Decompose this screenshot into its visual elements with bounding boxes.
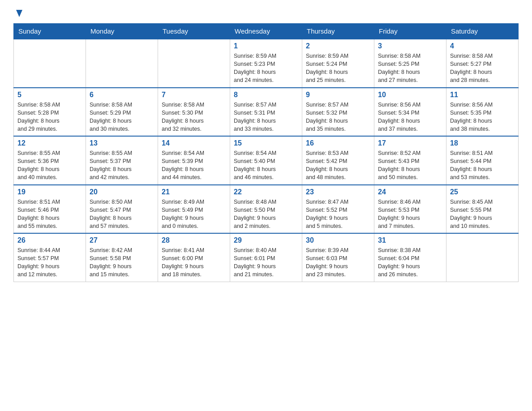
day-number: 28 [162, 236, 226, 244]
calendar-cell: 9Sunrise: 8:57 AMSunset: 5:32 PMDaylight… [302, 88, 374, 137]
day-info: Sunrise: 8:57 AMSunset: 5:31 PMDaylight:… [234, 101, 298, 133]
day-info: Sunrise: 8:42 AMSunset: 5:58 PMDaylight:… [90, 246, 154, 279]
day-info: Sunrise: 8:41 AMSunset: 6:00 PMDaylight:… [162, 246, 226, 279]
calendar-cell: 19Sunrise: 8:51 AMSunset: 5:46 PMDayligh… [14, 185, 86, 234]
day-info: Sunrise: 8:55 AMSunset: 5:36 PMDaylight:… [17, 149, 82, 182]
weekday-header-sunday: Sunday [14, 24, 86, 39]
day-info: Sunrise: 8:58 AMSunset: 5:30 PMDaylight:… [162, 101, 226, 133]
day-number: 4 [450, 42, 515, 50]
calendar-cell: 14Sunrise: 8:54 AMSunset: 5:39 PMDayligh… [158, 136, 230, 185]
week-row-1: 1Sunrise: 8:59 AMSunset: 5:23 PMDaylight… [14, 39, 519, 88]
calendar-cell: 27Sunrise: 8:42 AMSunset: 5:58 PMDayligh… [86, 233, 158, 282]
day-number: 5 [17, 91, 82, 99]
calendar-cell: 13Sunrise: 8:55 AMSunset: 5:37 PMDayligh… [86, 136, 158, 185]
day-number: 6 [90, 91, 154, 99]
calendar-cell: 31Sunrise: 8:38 AMSunset: 6:04 PMDayligh… [374, 233, 446, 282]
day-info: Sunrise: 8:48 AMSunset: 5:50 PMDaylight:… [234, 198, 298, 231]
day-number: 1 [234, 42, 298, 50]
day-number: 2 [306, 42, 370, 50]
day-info: Sunrise: 8:56 AMSunset: 5:34 PMDaylight:… [378, 101, 442, 133]
calendar-cell: 3Sunrise: 8:58 AMSunset: 5:25 PMDaylight… [374, 39, 446, 88]
weekday-header-monday: Monday [86, 24, 158, 39]
day-info: Sunrise: 8:40 AMSunset: 6:01 PMDaylight:… [234, 246, 298, 279]
weekday-header-tuesday: Tuesday [158, 24, 230, 39]
weekday-header-row: SundayMondayTuesdayWednesdayThursdayFrid… [14, 24, 519, 39]
day-info: Sunrise: 8:55 AMSunset: 5:37 PMDaylight:… [90, 149, 154, 182]
calendar-cell: 5Sunrise: 8:58 AMSunset: 5:28 PMDaylight… [14, 88, 86, 137]
day-info: Sunrise: 8:58 AMSunset: 5:28 PMDaylight:… [17, 101, 82, 133]
calendar-cell: 18Sunrise: 8:51 AMSunset: 5:44 PMDayligh… [446, 136, 519, 185]
calendar-cell: 2Sunrise: 8:59 AMSunset: 5:24 PMDaylight… [302, 39, 374, 88]
calendar-cell: 26Sunrise: 8:44 AMSunset: 5:57 PMDayligh… [14, 233, 86, 282]
day-number: 11 [450, 91, 515, 99]
day-number: 9 [306, 91, 370, 99]
day-number: 17 [378, 139, 442, 147]
day-info: Sunrise: 8:50 AMSunset: 5:47 PMDaylight:… [90, 198, 154, 231]
calendar-cell: 17Sunrise: 8:52 AMSunset: 5:43 PMDayligh… [374, 136, 446, 185]
calendar-cell: 21Sunrise: 8:49 AMSunset: 5:49 PMDayligh… [158, 185, 230, 234]
day-info: Sunrise: 8:51 AMSunset: 5:46 PMDaylight:… [17, 198, 82, 231]
weekday-header-saturday: Saturday [446, 24, 519, 39]
day-number: 25 [450, 188, 515, 196]
day-number: 12 [17, 139, 82, 147]
day-number: 21 [162, 188, 226, 196]
day-info: Sunrise: 8:58 AMSunset: 5:29 PMDaylight:… [90, 101, 154, 133]
calendar-cell: 6Sunrise: 8:58 AMSunset: 5:29 PMDaylight… [86, 88, 158, 137]
day-info: Sunrise: 8:38 AMSunset: 6:04 PMDaylight:… [378, 246, 442, 279]
day-number: 26 [17, 236, 82, 244]
calendar-cell: 24Sunrise: 8:46 AMSunset: 5:53 PMDayligh… [374, 185, 446, 234]
week-row-3: 12Sunrise: 8:55 AMSunset: 5:36 PMDayligh… [14, 136, 519, 185]
calendar-cell: 15Sunrise: 8:54 AMSunset: 5:40 PMDayligh… [230, 136, 302, 185]
weekday-header-wednesday: Wednesday [230, 24, 302, 39]
calendar-cell [446, 233, 519, 282]
day-info: Sunrise: 8:46 AMSunset: 5:53 PMDaylight:… [378, 198, 442, 231]
day-info: Sunrise: 8:58 AMSunset: 5:25 PMDaylight:… [378, 52, 442, 85]
day-info: Sunrise: 8:53 AMSunset: 5:42 PMDaylight:… [306, 149, 370, 182]
calendar-cell: 7Sunrise: 8:58 AMSunset: 5:30 PMDaylight… [158, 88, 230, 137]
day-info: Sunrise: 8:54 AMSunset: 5:40 PMDaylight:… [234, 149, 298, 182]
day-number: 23 [306, 188, 370, 196]
day-info: Sunrise: 8:51 AMSunset: 5:44 PMDaylight:… [450, 149, 515, 182]
day-number: 22 [234, 188, 298, 196]
day-number: 8 [234, 91, 298, 99]
calendar-cell [158, 39, 230, 88]
calendar-cell: 28Sunrise: 8:41 AMSunset: 6:00 PMDayligh… [158, 233, 230, 282]
weekday-header-friday: Friday [374, 24, 446, 39]
logo-arrow-icon [14, 8, 24, 18]
calendar-cell: 29Sunrise: 8:40 AMSunset: 6:01 PMDayligh… [230, 233, 302, 282]
day-number: 31 [378, 236, 442, 244]
day-info: Sunrise: 8:58 AMSunset: 5:27 PMDaylight:… [450, 52, 515, 85]
day-number: 20 [90, 188, 154, 196]
day-number: 29 [234, 236, 298, 244]
week-row-4: 19Sunrise: 8:51 AMSunset: 5:46 PMDayligh… [14, 185, 519, 234]
day-number: 15 [234, 139, 298, 147]
day-info: Sunrise: 8:49 AMSunset: 5:49 PMDaylight:… [162, 198, 226, 231]
day-info: Sunrise: 8:39 AMSunset: 6:03 PMDaylight:… [306, 246, 370, 279]
week-row-2: 5Sunrise: 8:58 AMSunset: 5:28 PMDaylight… [14, 88, 519, 137]
day-number: 24 [378, 188, 442, 196]
day-info: Sunrise: 8:56 AMSunset: 5:35 PMDaylight:… [450, 101, 515, 133]
calendar-cell: 25Sunrise: 8:45 AMSunset: 5:55 PMDayligh… [446, 185, 519, 234]
weekday-header-thursday: Thursday [302, 24, 374, 39]
day-number: 18 [450, 139, 515, 147]
page-header [13, 9, 519, 14]
day-info: Sunrise: 8:45 AMSunset: 5:55 PMDaylight:… [450, 198, 515, 231]
day-info: Sunrise: 8:59 AMSunset: 5:23 PMDaylight:… [234, 52, 298, 85]
day-info: Sunrise: 8:52 AMSunset: 5:43 PMDaylight:… [378, 149, 442, 182]
week-row-5: 26Sunrise: 8:44 AMSunset: 5:57 PMDayligh… [14, 233, 519, 282]
day-number: 7 [162, 91, 226, 99]
calendar-cell: 12Sunrise: 8:55 AMSunset: 5:36 PMDayligh… [14, 136, 86, 185]
calendar-cell: 16Sunrise: 8:53 AMSunset: 5:42 PMDayligh… [302, 136, 374, 185]
day-number: 30 [306, 236, 370, 244]
svg-marker-0 [16, 10, 22, 17]
day-number: 3 [378, 42, 442, 50]
calendar-cell: 23Sunrise: 8:47 AMSunset: 5:52 PMDayligh… [302, 185, 374, 234]
calendar-cell: 8Sunrise: 8:57 AMSunset: 5:31 PMDaylight… [230, 88, 302, 137]
calendar-cell: 10Sunrise: 8:56 AMSunset: 5:34 PMDayligh… [374, 88, 446, 137]
logo [13, 9, 24, 14]
calendar-cell: 20Sunrise: 8:50 AMSunset: 5:47 PMDayligh… [86, 185, 158, 234]
day-info: Sunrise: 8:57 AMSunset: 5:32 PMDaylight:… [306, 101, 370, 133]
calendar-cell [14, 39, 86, 88]
day-info: Sunrise: 8:59 AMSunset: 5:24 PMDaylight:… [306, 52, 370, 85]
calendar-cell: 11Sunrise: 8:56 AMSunset: 5:35 PMDayligh… [446, 88, 519, 137]
